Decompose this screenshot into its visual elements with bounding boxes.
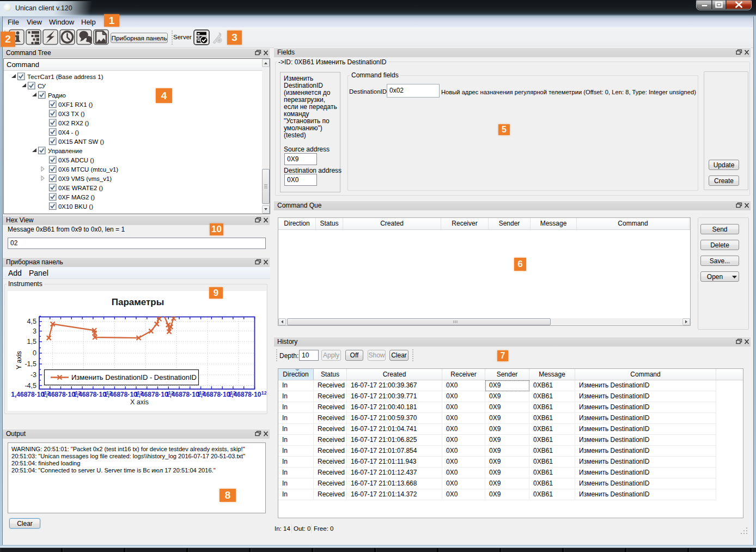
svg-text:Изменить DestinationID - Desti: Изменить DestinationID - DestinationID xyxy=(71,373,197,381)
svg-text:0: 0 xyxy=(33,349,36,357)
svg-text:4,5: 4,5 xyxy=(27,318,36,325)
svg-text:-3: -3 xyxy=(31,371,36,379)
svg-text:1,46878·1012: 1,46878·1012 xyxy=(228,390,266,398)
svg-text:-1,5: -1,5 xyxy=(25,360,36,368)
svg-text:-4,5: -4,5 xyxy=(25,382,36,390)
svg-text:Параметры: Параметры xyxy=(112,297,164,307)
svg-text:3: 3 xyxy=(33,327,36,335)
svg-text:X axis: X axis xyxy=(130,398,149,406)
svg-text:1,5: 1,5 xyxy=(27,338,36,345)
